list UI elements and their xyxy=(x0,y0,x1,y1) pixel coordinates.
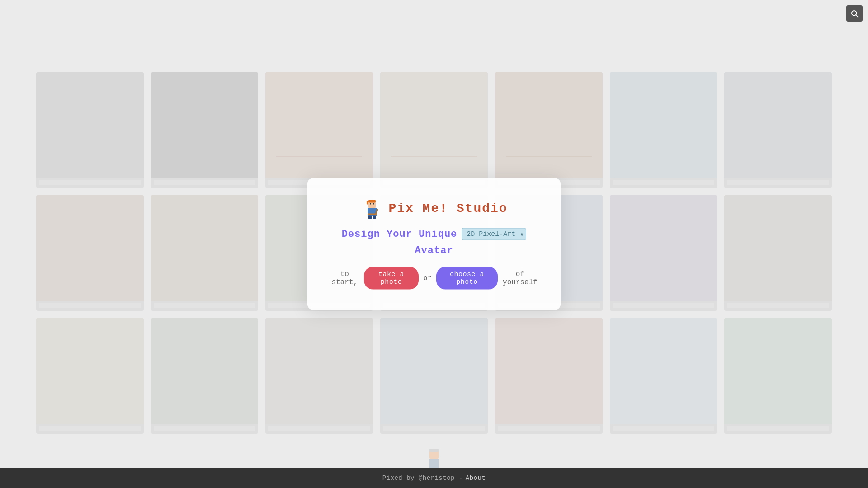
svg-rect-10 xyxy=(373,216,376,219)
mascot-icon xyxy=(360,197,384,220)
choose-photo-button[interactable]: choose a photo xyxy=(436,267,498,290)
svg-rect-9 xyxy=(368,216,372,219)
svg-rect-7 xyxy=(373,203,374,205)
subtitle-row: Design Your Unique 2D Pixel-Art 3D Rende… xyxy=(330,228,538,256)
app-header: Pix Me! Studio xyxy=(330,197,538,220)
action-or: or xyxy=(423,274,432,282)
search-icon xyxy=(850,9,859,18)
action-suffix: of yourself xyxy=(502,270,538,286)
svg-line-1 xyxy=(856,15,858,17)
footer: Pixed by @heristop - About xyxy=(0,468,868,488)
svg-rect-11 xyxy=(368,214,377,215)
search-button[interactable] xyxy=(846,5,863,22)
svg-rect-13 xyxy=(429,449,439,452)
main-card: Pix Me! Studio Design Your Unique 2D Pix… xyxy=(307,178,561,310)
action-prefix: to start, xyxy=(330,270,359,286)
subtitle-end: Avatar xyxy=(415,245,453,256)
about-link[interactable]: About xyxy=(466,474,486,482)
svg-rect-6 xyxy=(370,203,371,205)
style-dropdown-wrapper[interactable]: 2D Pixel-Art 3D Render Cartoon Watercolo… xyxy=(462,228,526,240)
style-dropdown[interactable]: 2D Pixel-Art 3D Render Cartoon Watercolo… xyxy=(462,228,526,240)
svg-rect-14 xyxy=(429,459,439,469)
take-photo-button[interactable]: take a photo xyxy=(364,267,419,290)
subtitle-start: Design Your Unique xyxy=(342,229,458,240)
footer-credit: Pixed by @heristop - xyxy=(382,474,463,482)
svg-rect-4 xyxy=(368,200,376,203)
svg-rect-5 xyxy=(367,201,368,205)
svg-rect-2 xyxy=(368,208,377,216)
action-row: to start, take a photo or choose a photo… xyxy=(330,267,538,290)
app-title: Pix Me! Studio xyxy=(388,201,507,215)
